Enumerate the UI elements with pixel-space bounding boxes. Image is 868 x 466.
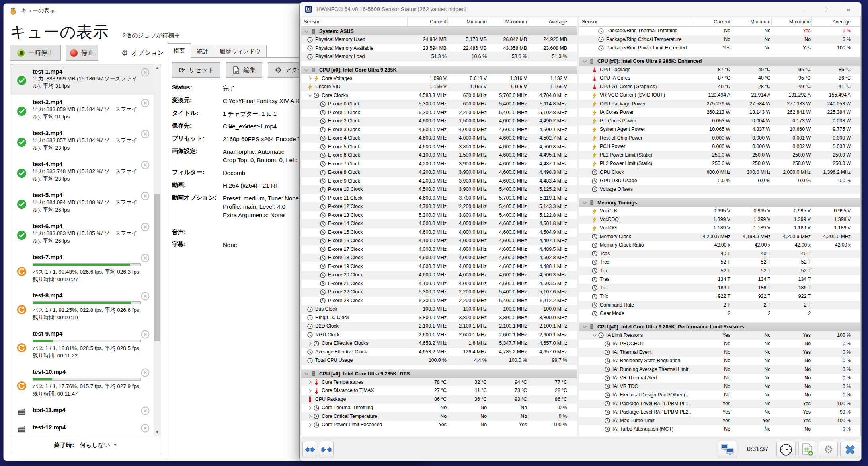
remove-job-icon[interactable] <box>141 254 150 262</box>
sensor-row[interactable]: Physical Memory Used24,934 MB5,170 MB26,… <box>301 35 577 44</box>
collapse-icon[interactable] <box>303 371 310 377</box>
sensor-row[interactable]: VccCLK0.995 V0.995 V0.995 V0.995 V <box>579 207 860 216</box>
sensor-row[interactable]: VR VCC Current (SVID IOUT)129.494 A21.91… <box>579 91 860 100</box>
sensor-row[interactable]: Trp52 T52 T52 T <box>579 267 860 276</box>
scroll-down-icon[interactable]: ▼ <box>154 429 161 436</box>
sensor-row[interactable]: Rest-of-Chip Power0.000 W0.000 W0.001 W0… <box>579 134 860 143</box>
sensor-row[interactable]: CPU IA Cores87 °C40 °C95 °C86 °C <box>579 74 860 83</box>
queue-item[interactable]: test-4.mp4出力: 883.748 MB (15.182 %/ ソースフ… <box>10 157 154 188</box>
expand-columns-button[interactable] <box>302 441 317 458</box>
sensor-row[interactable]: E-core 17 Clock4,000.0 MHz4,000.0 MHz4,6… <box>301 245 577 254</box>
sensor-row[interactable]: Command Rate2 T2 T2 T <box>579 301 860 310</box>
sensor-row[interactable]: NGU Clock2,600.1 MHz2,600.1 MHz2,600.1 M… <box>301 331 577 340</box>
sensor-row[interactable]: Physical Memory Load51.3 %10.6 %53.6 %51… <box>301 52 577 61</box>
sensor-row[interactable]: VccDDQ1.399 V1.399 V1.399 V1.399 V <box>579 216 860 224</box>
collapse-icon[interactable] <box>581 58 588 64</box>
sensor-row[interactable]: CPU Package86 °C36 °C93 °C86 °C <box>301 395 577 404</box>
pause-button[interactable]: 一時停止 <box>10 45 61 61</box>
sensor-row[interactable]: E-core 20 Clock4,600.0 MHz4,000.0 MHz4,6… <box>301 271 577 280</box>
remove-job-icon[interactable] <box>141 130 150 138</box>
sensor-row[interactable]: Memory Clock4,200.5 MHz4,198.9 MHz4,200.… <box>579 233 860 241</box>
sensor-row[interactable]: Ring/LLC Clock3,800.0 MHz3,800.0 MHz3,80… <box>301 314 577 322</box>
sensor-row[interactable]: IA: Residency State RegulationNoNoNo0 % <box>579 357 860 365</box>
sensor-row[interactable]: CPU Package87 °C40 °C95 °C86 °C <box>579 66 860 74</box>
collapse-icon[interactable] <box>581 200 588 206</box>
sensor-row[interactable]: IA Limit ReasonsYesNoYes100 % <box>579 331 860 340</box>
sensor-group-header[interactable]: System: ASUS <box>301 27 577 35</box>
maximize-button[interactable] <box>818 5 836 14</box>
sensor-row[interactable]: GPU D3D Usage0.0 %0.0 %0.0 %0.0 % <box>579 177 860 185</box>
remove-job-icon[interactable] <box>141 68 150 77</box>
chevron-right-icon[interactable] <box>307 340 313 347</box>
queue-item[interactable]: test-7.mp4パス 1 / 1, 90.43%, 026.6 fps, 平… <box>10 250 154 289</box>
queue-scrollbar[interactable]: ▲ ▼ <box>154 64 161 436</box>
sensor-row[interactable]: Core Clocks4,583.3 MHz600.0 MHz5,700.0 M… <box>301 91 577 100</box>
sensor-row[interactable]: GT Cores Power0.053 W0.004 W0.173 W0.033… <box>579 117 860 126</box>
sensor-row[interactable]: P-core 12 Clock4,700.0 MHz2,200.0 MHz5,4… <box>301 202 577 211</box>
queue-item[interactable]: test-8.mp4パス 1 / 1, 91.25%, 022.8 fps, 平… <box>10 289 154 327</box>
sensor-row[interactable]: IA: Package-Level RAPL/PBM PL1YesNoYes10… <box>579 400 860 408</box>
collapse-icon[interactable] <box>581 324 588 330</box>
queue-item[interactable]: test-1.mp4出力: 883.969 MB (15.186 %/ ソースフ… <box>10 64 154 95</box>
queue-item[interactable]: test-2.mp4出力: 883.859 MB (15.184 %/ ソースフ… <box>10 95 154 126</box>
tab-statistics[interactable]: 統計 <box>191 45 214 58</box>
sensor-row[interactable]: Core Distance to TjMAX27 °C11 °C73 °C28 … <box>301 386 577 395</box>
chevron-right-icon[interactable] <box>307 413 313 419</box>
queue-item[interactable]: test-10.mp4パス 1 / 1, 17.76%, 015.7 fps, … <box>10 365 154 403</box>
chevron-right-icon[interactable] <box>307 388 313 394</box>
sensor-row[interactable]: E-core 16 Clock4,100.0 MHz4,000.0 MHz4,6… <box>301 237 577 245</box>
sensor-row[interactable]: IA Cores Power260.213 W18.143 W262.841 W… <box>579 108 860 117</box>
sensor-row[interactable]: E-core 19 Clock4,600.0 MHz4,000.0 MHz4,6… <box>301 262 577 271</box>
sensor-row[interactable]: E-core 6 Clock4,100.0 MHz1,500.0 MHz4,60… <box>301 151 577 160</box>
sensor-row[interactable]: P-core 0 Clock5,300.0 MHz600.0 MHz5,400.… <box>301 100 577 109</box>
scrollbar-thumb[interactable] <box>154 194 160 341</box>
sensor-row[interactable]: Bus Clock100.0 MHz100.0 MHz100.0 MHz100.… <box>301 305 577 314</box>
sensor-row[interactable]: GPU Clock600.0 MHz300.0 MHz2,000.0 MHz1,… <box>579 168 860 177</box>
sensor-row[interactable]: Package/Ring Critical TemperatureNoNoNo0… <box>579 35 860 44</box>
sensor-row[interactable]: IA: Turbo Attenuation (MCT)NoNoNo0 % <box>579 425 860 434</box>
sensor-row[interactable]: Core Power Limit ExceededYesNoYes100 % <box>301 421 577 429</box>
chevron-right-icon[interactable] <box>307 422 313 428</box>
sensor-row[interactable]: IA: Running Average Thermal LimitNoNoNo0… <box>579 365 860 374</box>
collapse-icon[interactable] <box>303 28 310 35</box>
queue-item[interactable]: test-9.mp4パス 1 / 1, 18.81%, 028.5 fps, 平… <box>10 327 154 365</box>
sensor-row[interactable]: System Agent Power10.065 W4.837 W10.660 … <box>579 125 860 134</box>
chevron-right-icon[interactable] <box>307 405 313 411</box>
sensor-row[interactable]: CPU Package Power275.279 W27.584 W277.33… <box>579 100 860 109</box>
collapse-icon[interactable] <box>303 67 310 73</box>
sensor-row[interactable]: Memory Clock Ratio42.00 x42.00 x42.00 x4… <box>579 241 860 250</box>
options-button[interactable]: ⚙ オプション ▼ <box>121 45 171 61</box>
chevron-down-icon[interactable] <box>591 332 598 338</box>
chevron-right-icon[interactable] <box>307 75 313 82</box>
sensor-row[interactable]: P-core 23 Clock5,300.0 MHz2,200.0 MHz5,4… <box>301 297 577 305</box>
sensor-row[interactable]: IA: Max Turbo LimitYesYesYes100 % <box>579 417 860 425</box>
remove-job-icon[interactable] <box>141 99 150 107</box>
sensor-row[interactable]: D2D Clock2,100.1 MHz2,100.1 MHz2,100.1 M… <box>301 322 577 331</box>
sensor-row[interactable]: E-core 4 Clock4,600.0 MHz4,000.0 MHz4,60… <box>301 134 577 143</box>
sensor-row[interactable]: Core Thermal ThrottlingNoNoNo0 % <box>301 404 577 412</box>
queue-item[interactable]: test-11.mp4 <box>10 403 154 421</box>
sensor-row[interactable]: IA: Electrical Design Point/Other (...No… <box>579 391 860 400</box>
sensor-group-header[interactable]: CPU [#0]: Intel Core Ultra 9 285K: DTS <box>301 369 577 378</box>
sensor-row[interactable]: Package/Ring Thermal ThrottlingNoNoYes0 … <box>579 27 860 35</box>
remote-monitoring-button[interactable] <box>718 441 737 458</box>
sensor-row[interactable]: Trcd52 T52 T52 T <box>579 258 860 267</box>
sensor-row[interactable]: Trfc922 T922 T922 T <box>579 292 860 301</box>
chevron-right-icon[interactable] <box>307 379 313 385</box>
sensor-row[interactable]: P-core 11 Clock4,600.0 MHz3,700.0 MHz5,7… <box>301 194 577 203</box>
sensor-row[interactable]: E-core 2 Clock4,600.0 MHz1,500.0 MHz4,60… <box>301 117 577 126</box>
sensor-row[interactable]: IA: VR Thermal AlertNoNoNo0 % <box>579 374 860 383</box>
sensor-row[interactable]: CPU GT Cores (Graphics)40 °C28 °C49 °C41… <box>579 83 860 91</box>
sensor-row[interactable]: E-core 15 Clock4,600.0 MHz4,000.0 MHz4,6… <box>301 228 577 237</box>
remove-job-icon[interactable] <box>141 330 150 339</box>
sensor-row[interactable]: Total CPU Usage100.0 %4.4 %100.0 %99.7 % <box>301 356 577 365</box>
sensor-row[interactable]: PCH Power0.000 W0.000 W0.002 W0.000 W <box>579 142 860 151</box>
sensor-row[interactable]: Core Voltages1.098 V0.618 V1.316 V1.132 … <box>301 74 577 83</box>
tab-overview[interactable]: 概要 <box>168 43 191 58</box>
edit-button[interactable]: 編集 <box>226 62 262 78</box>
sensor-row[interactable]: Tcas40 T40 T40 T <box>579 250 860 258</box>
sensor-row[interactable]: E-core 18 Clock4,600.0 MHz4,000.0 MHz4,6… <box>301 254 577 262</box>
sensor-row[interactable]: E-core 7 Clock4,200.0 MHz3,900.0 MHz4,60… <box>301 160 577 169</box>
when-done-dropdown[interactable]: 何もしない ▼ <box>80 441 117 449</box>
sensor-row[interactable]: E-core 14 Clock4,000.0 MHz4,000.0 MHz4,6… <box>301 219 577 228</box>
